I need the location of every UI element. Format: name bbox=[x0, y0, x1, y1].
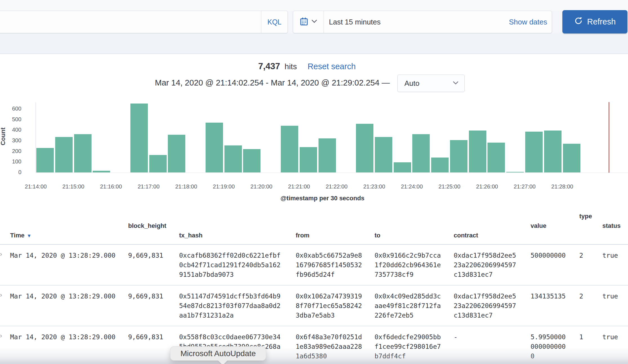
y-tick-label: 100 bbox=[5, 158, 21, 165]
histogram-bar[interactable] bbox=[224, 145, 242, 172]
histogram-bar[interactable] bbox=[281, 126, 298, 172]
histogram-bar[interactable] bbox=[74, 134, 92, 172]
x-axis-title: @timestamp per 30 seconds bbox=[280, 195, 364, 202]
x-tick-label: 21:24:00 bbox=[401, 183, 423, 190]
table-row[interactable]: ›Mar 14, 2020 @ 13:28:29.0009,669,8310x5… bbox=[0, 286, 628, 326]
y-tick-label: 300 bbox=[5, 137, 21, 144]
cell-contract: 0xdac17f958d2ee523a2206206994597c13d831e… bbox=[454, 245, 517, 279]
column-header-block_height: block_height bbox=[128, 222, 166, 230]
table-header: Time▼block_heighttx_hashfromtocontractva… bbox=[0, 208, 628, 245]
cell-type: 2 bbox=[579, 245, 597, 260]
x-tick-label: 21:26:00 bbox=[476, 183, 498, 190]
dock-tooltip: Microsoft AutoUpdate bbox=[170, 346, 266, 361]
histogram-bar[interactable] bbox=[356, 124, 373, 172]
expand-row-icon[interactable]: › bbox=[0, 332, 2, 340]
cell-time: Mar 14, 2020 @ 13:28:29.000 bbox=[10, 286, 131, 301]
x-axis-line bbox=[35, 172, 628, 173]
column-header-from: from bbox=[296, 232, 309, 239]
histogram-bar[interactable] bbox=[130, 104, 148, 172]
histogram-bar[interactable] bbox=[431, 158, 449, 172]
dock-tooltip-text: Microsoft AutoUpdate bbox=[181, 349, 256, 358]
sort-desc-icon[interactable]: ▼ bbox=[27, 233, 32, 239]
refresh-icon bbox=[574, 17, 583, 27]
cell-from: 0x6f48a3e70f0251d1e83a989e62aaa2281a6d53… bbox=[296, 326, 363, 361]
histogram-bar[interactable] bbox=[206, 123, 223, 172]
histogram-bar[interactable] bbox=[300, 147, 317, 172]
table-body: ›Mar 14, 2020 @ 13:28:29.0009,669,8310xc… bbox=[0, 245, 628, 364]
calendar-dropdown-button[interactable] bbox=[293, 11, 324, 33]
y-tick-label: 400 bbox=[5, 127, 21, 133]
column-header-status: status bbox=[602, 222, 621, 230]
chevron-down-icon bbox=[311, 19, 317, 24]
histogram-bar[interactable] bbox=[93, 171, 110, 172]
x-tick-label: 21:18:00 bbox=[175, 183, 197, 190]
histogram-bar[interactable] bbox=[168, 135, 185, 172]
reset-search-link[interactable]: Reset search bbox=[308, 62, 356, 71]
cell-from: 0x0x1062a747393198f70f71ec65a582423dba7e… bbox=[296, 286, 363, 320]
histogram-bar[interactable] bbox=[525, 132, 543, 172]
calendar-icon bbox=[300, 17, 308, 27]
y-axis-title: Count bbox=[0, 121, 7, 152]
histogram-bar[interactable] bbox=[243, 149, 260, 172]
histogram-bar[interactable] bbox=[149, 155, 167, 172]
cell-tx_hash: 0xcafb68362ff02d0c6221efbf0cb42f71cad129… bbox=[179, 245, 282, 279]
histogram-bar[interactable] bbox=[394, 162, 411, 172]
cell-block_height: 9,669,831 bbox=[128, 245, 174, 260]
interval-select[interactable]: Auto bbox=[397, 75, 465, 92]
histogram-bar[interactable] bbox=[55, 137, 73, 172]
chevron-down-icon bbox=[453, 81, 459, 86]
tooltip-caret-icon bbox=[218, 360, 228, 364]
refresh-button[interactable]: Refresh bbox=[562, 10, 627, 33]
y-tick-label: 0 bbox=[5, 169, 21, 176]
histogram-bar[interactable] bbox=[563, 144, 580, 172]
x-tick-label: 21:23:00 bbox=[363, 183, 385, 190]
time-range-display[interactable]: Last 15 minutes bbox=[329, 18, 381, 26]
kql-label: KQL bbox=[267, 18, 281, 26]
histogram-bar[interactable] bbox=[36, 148, 54, 172]
cell-from: 0x0xab5c66752a9e8167967685f1450532fb96d5… bbox=[296, 245, 363, 279]
histogram-bar[interactable] bbox=[412, 134, 430, 172]
histogram-bar[interactable] bbox=[319, 138, 336, 172]
table-row[interactable]: ›Mar 14, 2020 @ 13:28:29.0009,669,8310xc… bbox=[0, 245, 628, 286]
hits-count: 7,437 bbox=[258, 61, 280, 71]
cell-block_height: 9,669,831 bbox=[128, 326, 174, 342]
query-input[interactable] bbox=[0, 11, 261, 33]
cell-status: true bbox=[602, 286, 628, 301]
histogram-bar[interactable] bbox=[506, 172, 524, 172]
histogram-bar[interactable] bbox=[487, 143, 505, 172]
time-range-text: Mar 14, 2020 @ 21:14:02.254 - Mar 14, 20… bbox=[155, 78, 390, 87]
cell-value: 134135135 bbox=[531, 286, 566, 301]
query-bar: KQL bbox=[0, 11, 288, 33]
cell-type: 1 bbox=[579, 326, 597, 342]
histogram-bar[interactable] bbox=[375, 137, 392, 172]
histogram-bar[interactable] bbox=[469, 131, 486, 172]
hits-summary: 7,437 hits Reset search bbox=[258, 61, 356, 71]
x-tick-label: 21:25:00 bbox=[438, 183, 460, 190]
cell-type: 2 bbox=[579, 286, 597, 301]
x-tick-label: 21:21:00 bbox=[288, 183, 310, 190]
cell-block_height: 9,669,831 bbox=[128, 286, 174, 301]
expand-row-icon[interactable]: › bbox=[0, 251, 2, 259]
toolbar-sub-band bbox=[0, 33, 628, 54]
x-tick-label: 21:27:00 bbox=[514, 183, 536, 190]
refresh-label: Refresh bbox=[587, 17, 616, 26]
table-row[interactable]: ›Mar 14, 2020 @ 13:28:29.0009,669,8310x5… bbox=[0, 326, 628, 364]
y-tick-label: 500 bbox=[5, 116, 21, 123]
y-axis-line bbox=[35, 102, 36, 173]
expand-row-icon[interactable]: › bbox=[0, 291, 2, 299]
window-top-strip bbox=[0, 0, 628, 11]
x-tick-label: 21:16:00 bbox=[100, 183, 122, 190]
x-tick-label: 21:22:00 bbox=[326, 183, 348, 190]
show-dates-link[interactable]: Show dates bbox=[509, 11, 547, 33]
histogram-bar[interactable] bbox=[544, 131, 562, 172]
end-of-range-marker bbox=[609, 102, 609, 173]
cell-value: 5.99500000000000000 bbox=[531, 326, 566, 361]
column-header-to: to bbox=[375, 232, 380, 239]
histogram-bar[interactable] bbox=[450, 140, 467, 172]
column-header-time[interactable]: Time▼ bbox=[10, 232, 32, 239]
cell-to: 0x0x4c09ed285dd3caae49f81c28f712fa226fe7… bbox=[375, 286, 442, 320]
cell-to: 0x0x9166c2c9b7cca1f20dd62cb964361e735773… bbox=[375, 245, 442, 279]
cell-contract: 0xdac17f958d2ee523a2206206994597c13d831e… bbox=[454, 286, 517, 320]
kql-button[interactable]: KQL bbox=[261, 11, 288, 33]
x-tick-label: 21:14:00 bbox=[25, 183, 47, 190]
